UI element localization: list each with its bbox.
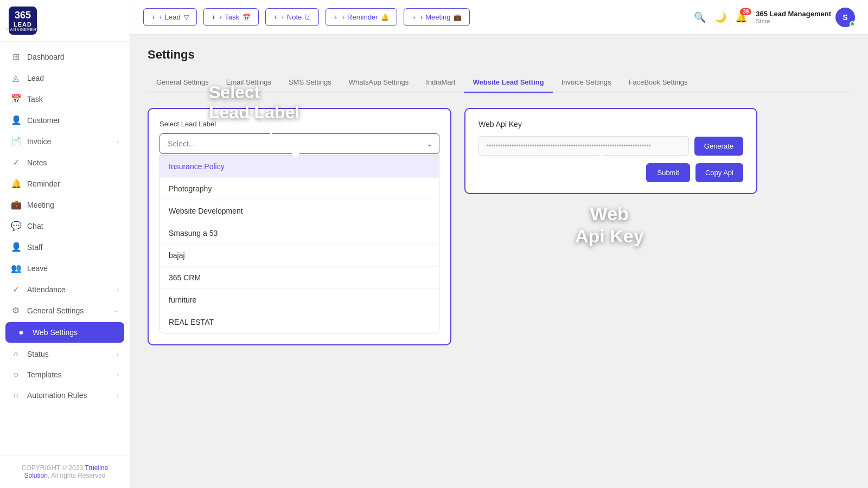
plus-icon: +	[273, 13, 278, 21]
general-settings-icon: ⚙	[11, 305, 21, 316]
customer-icon: 👤	[11, 115, 21, 125]
sidebar-item-invoice[interactable]: 📄 Invoice ›	[0, 131, 130, 152]
sidebar-item-label: Dashboard	[27, 53, 65, 61]
web-api-card: Web Api Key Generate Submit Copy Api	[464, 108, 757, 194]
settings-tabs: General Settings Email Settings SMS Sett…	[148, 73, 851, 93]
bell-icon: 🔔	[381, 14, 389, 21]
submit-button[interactable]: Submit	[646, 163, 690, 182]
dropdown-item-web-dev[interactable]: Website Development	[160, 200, 439, 222]
sidebar-item-task[interactable]: 📅 Task	[0, 88, 130, 110]
generate-button[interactable]: Generate	[694, 137, 743, 156]
api-key-input[interactable]	[478, 136, 689, 156]
add-task-button[interactable]: + + Task 📅	[203, 8, 259, 26]
tab-sms[interactable]: SMS Settings	[280, 73, 340, 93]
topbar-right: 🔍 🌙 🔔 39 365 Lead Management Store S	[694, 8, 855, 27]
leave-icon: 👥	[11, 263, 21, 273]
topbar: + + Lead ▽ + + Task 📅 + + Note ☑ + + Rem…	[130, 0, 868, 35]
api-label: Web Api Key	[478, 120, 743, 129]
sidebar-item-automation-rules[interactable]: ○ Automation Rules ›	[0, 385, 130, 406]
api-action-row: Submit Copy Api	[478, 163, 743, 182]
sidebar-item-label: Templates	[27, 370, 62, 379]
dropdown-item-bajaj[interactable]: bajaj	[160, 245, 439, 267]
sidebar-item-reminder[interactable]: 🔔 Reminder	[0, 173, 130, 194]
sidebar-item-customer[interactable]: 👤 Customer	[0, 110, 130, 131]
copy-api-button[interactable]: Copy Api	[695, 163, 743, 182]
chevron-down-icon: ⌄	[114, 307, 119, 314]
tab-general[interactable]: General Settings	[148, 73, 218, 93]
theme-icon[interactable]: 🌙	[714, 11, 726, 23]
select-wrapper: Select... ⌄	[159, 133, 439, 154]
dropdown-item-furniture[interactable]: furniture	[160, 289, 439, 311]
check-icon: ☑	[305, 14, 311, 21]
user-info: 365 Lead Management Store S	[756, 8, 855, 27]
briefcase-icon: 💼	[454, 14, 462, 21]
search-icon[interactable]: 🔍	[694, 11, 706, 23]
sidebar-item-general-settings[interactable]: ⚙ General Settings ⌄	[0, 300, 130, 321]
dropdown-item-photography[interactable]: Photography	[160, 178, 439, 200]
api-input-row: Generate	[478, 136, 743, 156]
sidebar-item-templates[interactable]: ○ Templates ›	[0, 364, 130, 385]
add-note-button[interactable]: + + Note ☑	[265, 8, 319, 26]
website-lead-section: Select Lead Label Select... ⌄ Insurance …	[148, 108, 851, 345]
notification-badge: 39	[740, 8, 751, 15]
chevron-right-icon: ›	[117, 138, 119, 145]
chevron-right-icon: ›	[117, 371, 119, 378]
select-label: Select Lead Label	[159, 120, 439, 128]
tab-website-lead[interactable]: Website Lead Setting	[464, 73, 552, 93]
sidebar-item-attendance[interactable]: ✓ Attendance ›	[0, 279, 130, 300]
sidebar-item-lead[interactable]: ◬ Lead	[0, 67, 130, 88]
avatar: S	[835, 8, 855, 27]
plus-icon: +	[334, 13, 338, 21]
dropdown-item-real-estat[interactable]: REAL ESTAT	[160, 311, 439, 333]
task-icon: 📅	[11, 94, 21, 104]
dashboard-icon: ⊞	[11, 52, 21, 62]
attendance-icon: ✓	[11, 284, 21, 294]
sidebar-item-dashboard[interactable]: ⊞ Dashboard	[0, 46, 130, 67]
plus-icon: +	[412, 13, 416, 21]
main-area: + + Lead ▽ + + Task 📅 + + Note ☑ + + Rem…	[130, 0, 868, 488]
dropdown-item-samsung[interactable]: Smasung a 53	[160, 222, 439, 245]
tab-whatsapp[interactable]: WhatsApp Settings	[340, 73, 418, 93]
sidebar-item-notes[interactable]: ✓ Notes	[0, 152, 130, 173]
add-lead-button[interactable]: + + Lead ▽	[143, 8, 197, 26]
dropdown-item-insurance[interactable]: Insurance Policy	[160, 156, 439, 178]
tab-invoice[interactable]: Invoice Settings	[553, 73, 620, 93]
dropdown-item-365crm[interactable]: 365 CRM	[160, 267, 439, 289]
sidebar-item-staff[interactable]: 👤 Staff	[0, 236, 130, 258]
select-lead-card: Select Lead Label Select... ⌄ Insurance …	[148, 108, 451, 345]
meeting-icon: 💼	[11, 200, 21, 210]
sidebar-item-leave[interactable]: 👥 Leave	[0, 258, 130, 279]
dropdown-list: Insurance Policy Photography Website Dev…	[159, 155, 439, 333]
user-sub: Store	[756, 18, 831, 24]
add-reminder-button[interactable]: + + Reminder 🔔	[326, 8, 397, 26]
page-content: Settings General Settings Email Settings…	[130, 35, 868, 488]
user-name: 365 Lead Management	[756, 10, 831, 18]
chevron-right-icon: ›	[117, 286, 119, 293]
sidebar-item-meeting[interactable]: 💼 Meeting	[0, 194, 130, 215]
chevron-right-icon: ›	[117, 392, 119, 399]
sidebar-item-label: Attendance	[27, 285, 66, 294]
notification-bell[interactable]: 🔔 39	[735, 11, 747, 23]
sidebar-item-chat[interactable]: 💬 Chat	[0, 215, 130, 236]
sidebar-item-label: Automation Rules	[27, 391, 87, 400]
sidebar-item-label: Staff	[27, 243, 43, 252]
reminder-icon: 🔔	[11, 178, 21, 189]
tab-indiamart[interactable]: IndiaMart	[417, 73, 464, 93]
sidebar-item-label: Web Settings	[33, 328, 78, 337]
sidebar-item-web-settings[interactable]: ● Web Settings	[5, 322, 124, 343]
sidebar-item-label: Status	[27, 350, 49, 358]
select-lead-label-dropdown[interactable]: Select...	[159, 133, 439, 154]
sidebar-item-label: Reminder	[27, 179, 60, 188]
staff-icon: 👤	[11, 242, 21, 252]
chevron-right-icon: ›	[117, 351, 119, 357]
sidebar-item-label: Lead	[27, 74, 44, 82]
templates-icon: ○	[11, 370, 21, 380]
plus-icon: +	[212, 13, 216, 21]
sidebar-item-status[interactable]: ○ Status ›	[0, 344, 130, 364]
tab-facebook[interactable]: FaceBook Settings	[620, 73, 696, 93]
add-meeting-button[interactable]: + + Meeting 💼	[404, 8, 470, 26]
sidebar-logo: 365 LEAD MANAGEMENT	[0, 0, 130, 42]
tab-email[interactable]: Email Settings	[218, 73, 280, 93]
page-title: Settings	[148, 48, 851, 62]
status-icon: ○	[11, 349, 21, 359]
